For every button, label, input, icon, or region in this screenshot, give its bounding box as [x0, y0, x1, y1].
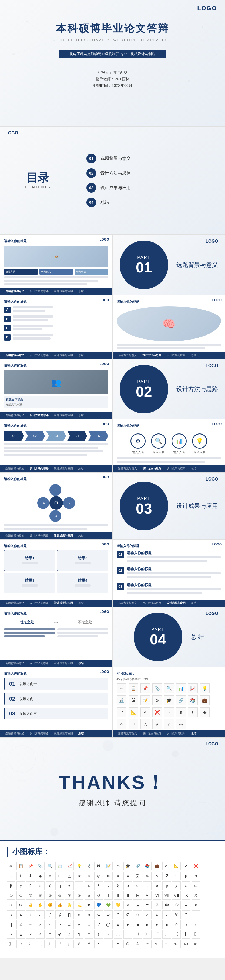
nav-bar-4a: 选题背景与意义 设计方法与思路 设计成果与应用 总结 — [0, 465, 112, 472]
nav-bar-2a: 选题背景与意义 设计方法与思路 设计成果与应用 总结 — [0, 352, 112, 359]
big-icon-28: ★ — [75, 872, 84, 880]
icon-cell-3: 📌 — [141, 684, 150, 693]
dev-text-1: 发展方向一 — [19, 682, 37, 686]
big-icon-147: § — [65, 930, 74, 939]
advisor: 指导老师：PPT西林 — [0, 77, 225, 82]
icon-line-2 — [117, 460, 206, 463]
big-icon-46: η — [55, 881, 64, 890]
nav-bar-2b: 选题背景与意义 设计方法与思路 设计成果与应用 总结 — [112, 352, 225, 359]
big-icon-82: ✉ — [16, 901, 25, 909]
nav-8b-1: 选题背景与意义 — [118, 732, 137, 735]
slide-thanks: LOGO THANKS！ 感谢恩师 请您提问 — [0, 738, 225, 840]
toc-item-1: 01 选题背景与意义 — [86, 154, 214, 164]
nav-7a-2: 设计方法与思路 — [30, 661, 49, 665]
logo-1a: LOGO — [100, 237, 109, 241]
big-icon-180: ㎡ — [192, 940, 200, 948]
big-icon-5: 🔍 — [46, 862, 54, 870]
nav-2a-4: 总结 — [78, 353, 84, 357]
step-5: 05 — [88, 431, 108, 441]
icon-cell-20: ❌ — [152, 707, 162, 717]
logo-2a: LOGO — [100, 298, 109, 302]
big-icon-77: Ⅶ — [162, 891, 171, 900]
big-icon-20: ❌ — [192, 862, 200, 870]
icon-cell-4: 📎 — [152, 684, 162, 693]
icon-cell-9: 🔬 — [117, 695, 127, 705]
icon-cell-24: ◆ — [200, 707, 209, 717]
big-icon-129: ∴ — [84, 920, 93, 929]
big-icon-142: ± — [16, 930, 25, 939]
contents-left: LOGO 目录 CONTENTS — [0, 127, 76, 234]
part03-title: 设计成果与应用 — [176, 502, 218, 510]
big-icon-163: 〉 — [26, 940, 35, 948]
abcd-c: C — [4, 325, 11, 331]
slide-title: LOGO 本科硕博毕业论文答辩 THE PROFESSIONAL POWERPO… — [0, 0, 225, 127]
content-slide-7a: 请输入你的标题 LOGO 优之之处 ↔ 不之之处 选题背景与意义 设计方法与思路… — [0, 607, 112, 667]
slide-title-3a: 请输入你的标题 — [4, 363, 108, 368]
text-block-4b — [117, 457, 221, 463]
big-icon-58: χ — [172, 881, 181, 890]
big-icon-157: 」 — [162, 930, 171, 939]
main-title: 本科硕博毕业论文答辩 — [0, 22, 225, 35]
circle-icon-1: ⚙ — [130, 433, 146, 449]
icon-cell-22: ⬆ — [176, 707, 186, 717]
logo-7a: LOGO — [100, 610, 109, 614]
big-icon-176: ℃ — [153, 940, 161, 948]
icon-cell-8: 💡 — [200, 684, 209, 693]
icon-cell-18: 📐 — [128, 707, 138, 717]
icon-cell-23: ⬇ — [188, 707, 198, 717]
icon-cell-11: 📝 — [141, 695, 150, 705]
big-icon-132: ▲ — [114, 920, 122, 929]
icon-cell-25: ○ — [117, 719, 127, 729]
toc-num-1: 01 — [86, 154, 96, 164]
abcd-item-d: D — [4, 334, 108, 341]
big-icon-158: 【 — [172, 930, 181, 939]
num-title-2: 请输入你的标题 — [127, 566, 221, 571]
icon-cell-2: 📋 — [128, 684, 138, 693]
svg-point-13 — [9, 746, 35, 773]
content-slide-3a: 请输入你的标题 LOGO 👥 标题文字添加 标题文字添加 选题背景与意义 设计方… — [0, 359, 112, 419]
big-icon-174: ® — [133, 940, 142, 948]
cycle-container: ⚙ 01 02 03 04 — [37, 484, 75, 522]
big-icon-60: ω — [192, 881, 200, 890]
nav-bar-6a: 选题背景与意义 设计方法与思路 设计成果与应用 总结 — [0, 600, 112, 607]
big-icon-35: ∞ — [143, 872, 152, 880]
result-box-2: 结果2 — [57, 550, 108, 571]
big-icon-175: ™ — [143, 940, 152, 948]
icon-cell-26: □ — [128, 719, 138, 729]
contents-sub: CONTENTS — [25, 185, 51, 189]
nav-bar-8a: 选题背景与意义 设计方法与思路 设计成果与应用 总结 — [0, 730, 112, 737]
num-content-1: 请输入你的标题 — [127, 550, 221, 563]
brain-line-2 — [117, 347, 206, 349]
big-icon-85: ✊ — [46, 901, 54, 909]
toc-text-1: 选题背景与意义 — [100, 156, 131, 162]
big-icon-54: σ — [133, 881, 142, 890]
big-icon-166: 『 — [55, 940, 64, 948]
num-content-2: 请输入你的标题 — [127, 566, 221, 579]
big-icon-125: ≤ — [46, 920, 54, 929]
big-icon-123: ≈ — [26, 920, 35, 929]
info-row: 机电工程与交通学院17级机制班 专业：机械设计与制造 — [59, 50, 166, 58]
template-desc: 标题文字添加 — [6, 402, 107, 406]
big-icon-18: 📐 — [172, 862, 181, 870]
big-icon-19: ✔ — [182, 862, 190, 870]
result-line-1 — [22, 562, 38, 564]
num-title-1: 请输入你的标题 — [127, 550, 221, 555]
dev-item-3: 03 发展方向三 — [4, 708, 108, 719]
presenter-block: 汇报人：PPT西林 指导老师：PPT西林 汇报时间：202X年06月 — [0, 70, 225, 90]
big-icon-128: ∝ — [75, 920, 84, 929]
icon-row-9: 〗 〈 〉 〔 〕 『 』 ＄ ￥ € £ ¥ © ® ™ ℃ ℉ ‰ № ㎡ — [7, 940, 218, 948]
content-slide-6b: 请输入你的标题 LOGO 01 请输入你的标题 02 请输入你的标题 — [112, 540, 225, 607]
slide-title-4a: 请输入你的标题 — [4, 423, 108, 428]
nav-7a-1: 选题背景与意义 — [5, 661, 24, 665]
big-icon-74: Ⅳ — [133, 891, 142, 900]
big-icon-133: ▼ — [124, 920, 132, 929]
logo-2b: LOGO — [212, 298, 222, 302]
big-icon-136: ● — [153, 920, 161, 929]
nav-6a-2: 设计方法与思路 — [30, 601, 49, 605]
content-slide-1a: 请输入你的标题 LOGO 🏫 选题背景 研究意义 研究现状 选题背景与意义 设计… — [0, 235, 112, 295]
svg-point-18 — [50, 828, 59, 836]
big-icon-127: ≅ — [65, 920, 74, 929]
num-item-1: 01 请输入你的标题 — [117, 550, 221, 563]
big-icon-86: 👍 — [55, 901, 64, 909]
nav-5a-3: 设计成果与应用 — [54, 534, 73, 538]
